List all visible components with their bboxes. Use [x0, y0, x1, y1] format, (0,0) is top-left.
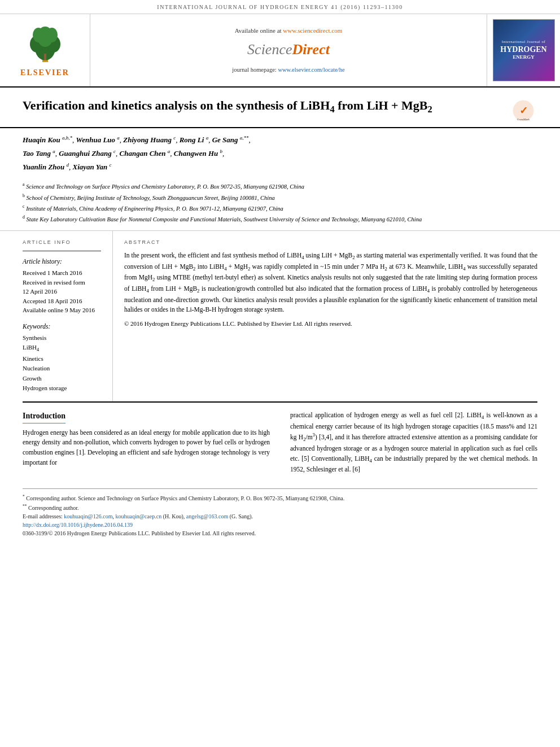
crossmark-icon: ✓ CrossMark — [513, 100, 534, 121]
abstract-text: In the present work, the efficient and f… — [124, 251, 537, 315]
email-angelsg[interactable]: angelsg@163.com — [186, 513, 228, 519]
email-kouhuaqin-126[interactable]: kouhuaqin@126.com — [64, 513, 112, 519]
article-info-divider — [23, 251, 101, 251]
paper-main-title: Verification and kinetics analysis on th… — [23, 98, 432, 116]
sciencedirect-logo: ScienceDirect — [247, 40, 330, 60]
affiliation-c: c Institute of Materials, China Academy … — [23, 203, 537, 213]
journal-homepage: journal homepage: www.elsevier.com/locat… — [232, 66, 344, 75]
crossmark-area[interactable]: ✓ CrossMark — [509, 98, 537, 121]
authors-line-3: Yuanlin Zhou d, Xiayan Yan c — [23, 161, 537, 173]
authors-line-1: Huaqin Kou a,b,*, Wenhua Luo a, Zhiyong … — [23, 134, 537, 146]
received-revised-date: 12 April 2016 — [23, 287, 101, 296]
footnote-corresponding-2: ** Corresponding author. — [23, 503, 537, 512]
email-kouhuaqin-caep[interactable]: kouhuaqin@caep.cn — [115, 513, 161, 519]
authors-section: Huaqin Kou a,b,*, Wenhua Luo a, Zhiyong … — [0, 128, 560, 179]
abstract-copyright: © 2016 Hydrogen Energy Publications LLC.… — [124, 320, 537, 328]
journal-cover-line3: ENERGY — [513, 54, 535, 61]
footnote-corresponding-1-text: Corresponding author. Science and Techno… — [26, 496, 344, 502]
affiliations-section: a Science and Technology on Surface Phys… — [0, 179, 560, 231]
footnotes-section: * Corresponding author. Science and Tech… — [23, 488, 537, 538]
journal-cover-image: International Journal of HYDROGEN ENERGY — [493, 19, 555, 81]
elsevier-wordmark: ELSEVIER — [20, 67, 69, 78]
journal-cover-area: International Journal of HYDROGEN ENERGY — [487, 14, 560, 86]
svg-point-5 — [33, 28, 44, 42]
keywords-label: Keywords: — [23, 322, 101, 331]
keywords-section: Keywords: Synthesis LiBH4 Kinetics Nucle… — [23, 322, 101, 394]
accepted-date: Accepted 18 April 2016 — [23, 296, 101, 306]
affiliation-b: b School of Chemistry, Beijing Institute… — [23, 193, 537, 202]
affiliation-a: a Science and Technology on Surface Phys… — [23, 181, 537, 191]
authors-line-2: Tao Tang a, Guanghui Zhang c, Changan Ch… — [23, 147, 537, 160]
footnote-email: E-mail addresses: kouhuaqin@126.com, kou… — [23, 512, 537, 521]
svg-point-6 — [46, 28, 58, 42]
journal-header: ELSEVIER Available online at www.science… — [0, 14, 560, 88]
svg-rect-7 — [44, 54, 46, 60]
article-info-label: ARTICLE INFO — [23, 239, 101, 246]
affiliation-d: d State Key Laboratory Cultivation Base … — [23, 214, 537, 224]
sciencedirect-header: Available online at www.sciencedirect.co… — [90, 14, 487, 86]
received-revised-label: Received in revised form — [23, 278, 101, 287]
received-date: Received 1 March 2016 — [23, 268, 101, 278]
article-history: Article history: Received 1 March 2016 R… — [23, 257, 101, 315]
elsevier-tree-icon — [20, 23, 71, 65]
doi-link[interactable]: http://dx.doi.org/10.1016/j.ijhydene.201… — [23, 522, 133, 528]
article-info-column: ARTICLE INFO Article history: Received 1… — [0, 231, 113, 401]
body-section: Introduction Hydrogen energy has been co… — [0, 403, 560, 483]
sciencedirect-url[interactable]: www.sciencedirect.com — [283, 27, 342, 34]
footnote-doi: http://dx.doi.org/10.1016/j.ijhydene.201… — [23, 521, 537, 529]
footnote-copyright: 0360-3199/© 2016 Hydrogen Energy Publica… — [23, 529, 537, 538]
journal-cover-line1: International Journal of — [502, 40, 546, 45]
keyword-kinetics: Kinetics — [23, 354, 101, 364]
article-info-abstract: ARTICLE INFO Article history: Received 1… — [0, 231, 560, 401]
introduction-text-left: Hydrogen energy has been considered as a… — [23, 428, 270, 468]
introduction-text-right: practical application of hydrogen energy… — [290, 410, 537, 475]
journal-banner: INTERNATIONAL JOURNAL OF HYDROGEN ENERGY… — [0, 0, 560, 14]
elsevier-logo: ELSEVIER — [0, 14, 90, 86]
svg-text:CrossMark: CrossMark — [517, 118, 530, 121]
abstract-label: ABSTRACT — [124, 239, 537, 246]
keyword-libh4: LiBH4 — [23, 343, 101, 353]
body-left-column: Introduction Hydrogen energy has been co… — [0, 410, 280, 483]
footnote-corresponding-1: * Corresponding author. Science and Tech… — [23, 493, 537, 503]
banner-text: INTERNATIONAL JOURNAL OF HYDROGEN ENERGY… — [157, 4, 403, 10]
journal-cover-line2: HYDROGEN — [500, 45, 546, 54]
available-online-date: Available online 9 May 2016 — [23, 305, 101, 315]
svg-text:✓: ✓ — [519, 105, 528, 116]
footnote-corresponding-2-text: Corresponding author. — [28, 505, 78, 511]
introduction-heading: Introduction — [23, 410, 65, 423]
available-online-text: Available online at www.sciencedirect.co… — [235, 27, 343, 35]
paper-title-section: Verification and kinetics analysis on th… — [0, 88, 560, 128]
keyword-hydrogen-storage: Hydrogen storage — [23, 383, 101, 394]
history-label: Article history: — [23, 257, 101, 266]
keyword-nucleation: Nucleation — [23, 364, 101, 374]
keyword-synthesis: Synthesis — [23, 333, 101, 343]
journal-homepage-url[interactable]: www.elsevier.com/locate/he — [278, 67, 344, 73]
abstract-column: ABSTRACT In the present work, the effici… — [113, 231, 560, 401]
keyword-growth: Growth — [23, 374, 101, 384]
body-right-column: practical application of hydrogen energy… — [280, 410, 560, 483]
